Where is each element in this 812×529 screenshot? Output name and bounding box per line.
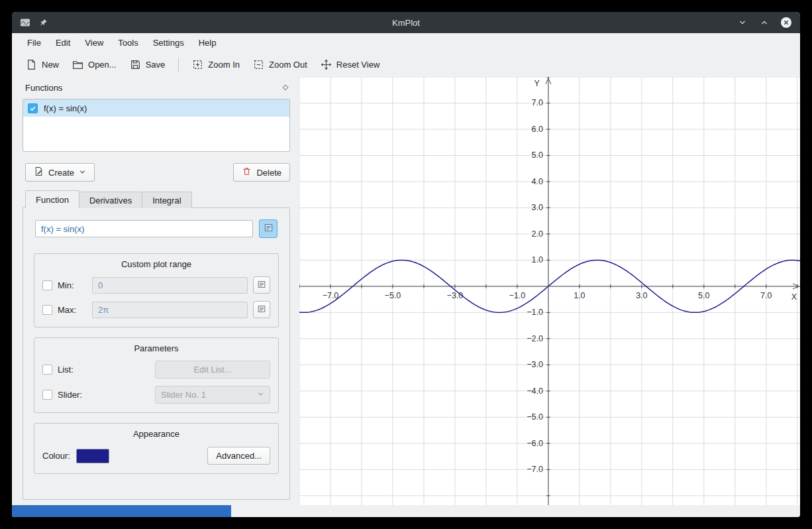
tab-integral[interactable]: Integral: [142, 192, 191, 208]
menu-edit[interactable]: Edit: [50, 35, 76, 50]
open-button[interactable]: Open...: [66, 56, 123, 74]
list-label: List:: [58, 365, 87, 375]
zoom-in-button[interactable]: Zoom In: [186, 56, 246, 74]
zoom-out-button-label: Zoom Out: [269, 60, 307, 70]
zoom-in-button-label: Zoom In: [208, 60, 240, 70]
colour-label: Colour:: [42, 451, 70, 461]
svg-text:−7.0: −7.0: [323, 291, 339, 300]
tab-integral-label: Integral: [152, 196, 181, 206]
pin-icon[interactable]: [37, 17, 49, 29]
reset-view-icon: [321, 59, 332, 70]
delete-button[interactable]: Delete: [233, 163, 290, 182]
create-function-icon: [34, 166, 44, 178]
equation-text: f(x) = sin(x): [41, 224, 84, 234]
list-checkbox[interactable]: [42, 365, 52, 375]
plot-canvas[interactable]: −7.0−5.0−3.0−1.01.03.05.07.0−7.0−6.0−5.0…: [299, 77, 800, 505]
slider-label: Slider:: [58, 390, 87, 400]
function-list-item[interactable]: f(x) = sin(x): [23, 99, 289, 117]
chevron-down-icon: [79, 168, 86, 178]
dock-header: Functions: [23, 80, 290, 95]
shade-button[interactable]: [736, 17, 748, 29]
function-tabs: Function Derivatives Integral: [23, 190, 290, 208]
colour-swatch[interactable]: [76, 449, 109, 463]
menu-view[interactable]: View: [79, 35, 109, 50]
menu-file[interactable]: File: [21, 35, 47, 50]
max-editor-button: [253, 301, 270, 318]
min-editor-icon: [257, 280, 266, 291]
svg-text:−7.0: −7.0: [527, 465, 543, 474]
toolbar: New Open... Save Zoom In Zoom Out Reset …: [12, 52, 800, 77]
svg-text:5.0: 5.0: [531, 150, 542, 160]
slider-combobox-value: Slider No. 1: [161, 390, 206, 400]
advanced-button[interactable]: Advanced...: [207, 447, 270, 465]
close-button[interactable]: [780, 17, 792, 29]
zoom-out-icon: [253, 59, 264, 70]
equation-editor-icon: [264, 223, 274, 235]
create-button[interactable]: Create: [25, 163, 95, 182]
dock-float-icon[interactable]: [281, 83, 290, 92]
svg-text:1.0: 1.0: [574, 291, 585, 300]
tab-function[interactable]: Function: [25, 190, 79, 208]
zoom-in-icon: [192, 59, 203, 70]
new-button[interactable]: New: [20, 56, 65, 74]
new-document-icon: [26, 59, 37, 70]
new-button-label: New: [42, 60, 59, 70]
svg-text:3.0: 3.0: [636, 291, 647, 300]
open-button-label: Open...: [88, 60, 117, 70]
svg-text:1.0: 1.0: [531, 255, 542, 264]
edit-list-button: Edit List...: [155, 361, 270, 379]
svg-text:X: X: [791, 292, 797, 302]
svg-text:−2.0: −2.0: [527, 334, 543, 343]
dock-title: Functions: [25, 83, 62, 93]
function-list[interactable]: f(x) = sin(x): [23, 99, 290, 152]
zoom-out-button[interactable]: Zoom Out: [247, 56, 313, 74]
min-value: 0: [98, 280, 103, 290]
function-visible-checkbox[interactable]: [28, 103, 38, 113]
combo-chevron-down-icon: [257, 390, 264, 400]
window-title: KmPlot: [12, 18, 800, 28]
save-floppy-icon: [130, 59, 141, 70]
svg-text:Y: Y: [534, 79, 540, 88]
max-label: Max:: [58, 305, 87, 315]
appearance-title: Appearance: [42, 429, 270, 439]
slider-checkbox[interactable]: [42, 390, 52, 400]
tab-derivatives-label: Derivatives: [89, 196, 132, 206]
svg-text:2.0: 2.0: [531, 229, 542, 239]
save-button[interactable]: Save: [124, 56, 172, 74]
slider-combobox: Slider No. 1: [155, 386, 270, 404]
menu-help[interactable]: Help: [193, 35, 223, 50]
toolbar-separator: [178, 58, 179, 72]
function-tab-panel: f(x) = sin(x) Custom plot range Min: 0: [23, 207, 290, 500]
statusbar-highlight: [12, 505, 231, 517]
plot-view[interactable]: −7.0−5.0−3.0−1.01.03.05.07.0−7.0−6.0−5.0…: [299, 77, 800, 505]
tab-function-label: Function: [36, 195, 69, 205]
equation-editor-button[interactable]: [259, 219, 278, 238]
maximize-button[interactable]: [758, 17, 770, 29]
parameters-group: Parameters List: Edit List... Slider: Sl…: [34, 337, 279, 413]
menu-tools[interactable]: Tools: [112, 35, 144, 50]
svg-text:4.0: 4.0: [531, 177, 542, 186]
svg-text:−4.0: −4.0: [527, 386, 543, 396]
min-checkbox[interactable]: [42, 280, 52, 290]
titlebar[interactable]: KmPlot: [12, 12, 800, 33]
kmplot-window: KmPlot File Edit View Tools Settings Hel…: [12, 12, 800, 517]
parameters-title: Parameters: [42, 343, 270, 353]
max-checkbox[interactable]: [42, 305, 52, 315]
functions-dock: Functions f(x) = sin(x) Create: [12, 77, 299, 505]
app-icon: [19, 17, 31, 29]
reset-view-button[interactable]: Reset View: [315, 56, 386, 74]
advanced-button-label: Advanced...: [216, 451, 262, 461]
menu-settings[interactable]: Settings: [147, 35, 190, 50]
svg-text:7.0: 7.0: [760, 291, 772, 300]
menubar: File Edit View Tools Settings Help: [12, 33, 800, 52]
open-folder-icon: [72, 59, 83, 70]
svg-text:−5.0: −5.0: [385, 291, 401, 300]
tab-derivatives[interactable]: Derivatives: [79, 192, 142, 208]
create-button-label: Create: [48, 168, 74, 178]
min-editor-button: [253, 276, 270, 294]
equation-input[interactable]: f(x) = sin(x): [35, 220, 253, 237]
svg-text:−5.0: −5.0: [527, 412, 543, 422]
trash-icon: [242, 166, 252, 178]
svg-text:−1.0: −1.0: [509, 291, 526, 300]
svg-text:6.0: 6.0: [531, 125, 542, 134]
